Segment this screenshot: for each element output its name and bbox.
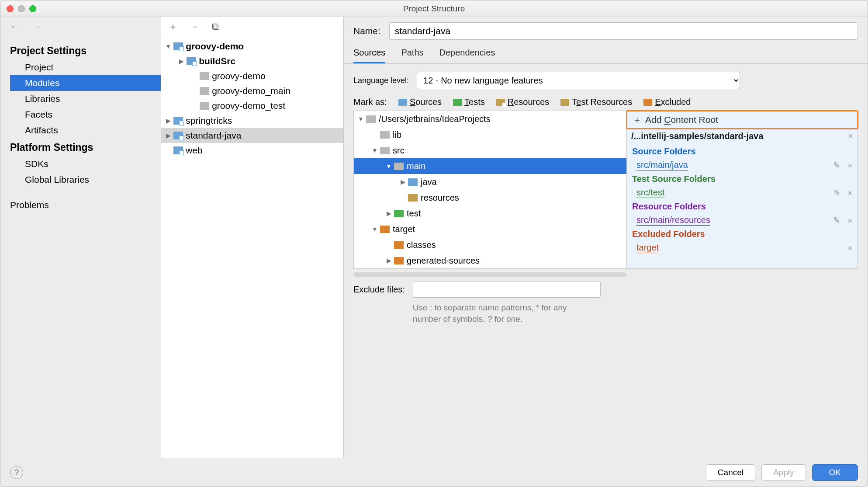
folder-group-item[interactable]: target×	[627, 242, 858, 254]
platform-settings-header: Platform Settings	[10, 142, 161, 153]
sidebar-item-modules[interactable]: Modules	[10, 75, 161, 91]
content-roots-panel: ＋ Add Content Root /...intellij-samples/…	[626, 111, 858, 269]
language-level-label: Language level:	[353, 76, 409, 85]
folder-icon	[366, 115, 376, 123]
horizontal-scrollbar[interactable]	[353, 272, 626, 277]
module-tree-item[interactable]: groovy-demo	[161, 39, 343, 54]
edit-icon[interactable]: ✎	[833, 188, 840, 198]
source-tree-item[interactable]: /Users/jetbrains/IdeaProjects	[354, 111, 626, 127]
source-tree-item[interactable]: test	[354, 205, 626, 221]
remove-icon[interactable]: ×	[847, 161, 852, 170]
mark-test-resources-button[interactable]: Test Resources	[560, 97, 632, 107]
exclude-files-input[interactable]	[413, 281, 601, 298]
module-tree-pane: ＋ － ⧉ groovy-demobuildSrcgroovy-demogroo…	[161, 17, 344, 458]
folder-label: java	[421, 177, 437, 187]
folder-path: src/main/resources	[636, 215, 710, 226]
module-label: groovy-demo_test	[212, 101, 285, 111]
folder-label: lib	[393, 130, 401, 140]
cancel-button[interactable]: Cancel	[706, 464, 755, 481]
remove-icon[interactable]: ×	[847, 244, 852, 253]
module-tree-item[interactable]: groovy-demo	[161, 69, 343, 83]
folder-group-item[interactable]: src/test✎×	[627, 187, 858, 199]
source-tree-item[interactable]: lib	[354, 127, 626, 143]
source-tree-item[interactable]: java	[354, 174, 626, 190]
mark-excluded-button[interactable]: Excluded	[643, 97, 691, 107]
sidebar-item-artifacts[interactable]: Artifacts	[10, 122, 161, 138]
folder-path: src/main/java	[636, 160, 688, 170]
chevron-right-icon[interactable]	[165, 132, 172, 139]
apply-button[interactable]: Apply	[761, 464, 806, 481]
chevron-down-icon[interactable]	[385, 163, 392, 170]
folder-icon	[200, 102, 209, 110]
module-tree-item[interactable]: springtricks	[161, 113, 343, 128]
module-tree-item[interactable]: web	[161, 143, 343, 158]
mark-sources-button[interactable]: Sources	[398, 97, 442, 107]
source-tree-item[interactable]: generated-sources	[354, 253, 626, 268]
module-tree-item[interactable]: groovy-demo_test	[161, 98, 343, 113]
copy-module-icon[interactable]: ⧉	[212, 21, 219, 32]
chevron-down-icon[interactable]	[165, 43, 172, 50]
source-tree-item[interactable]: target	[354, 221, 626, 237]
folder-icon	[200, 87, 209, 95]
folder-icon	[380, 147, 390, 154]
source-tree-item[interactable]: resources	[354, 190, 626, 205]
folder-group-item[interactable]: src/main/resources✎×	[627, 214, 858, 226]
sidebar-item-problems[interactable]: Problems	[10, 197, 161, 213]
help-icon[interactable]: ?	[10, 466, 23, 479]
module-label: web	[186, 145, 203, 156]
language-level-select[interactable]: 12 - No new language features	[417, 72, 740, 89]
titlebar: Project Structure	[0, 0, 868, 17]
chevron-right-icon[interactable]	[399, 178, 406, 185]
chevron-right-icon[interactable]	[385, 210, 392, 217]
source-tree-item[interactable]: src	[354, 143, 626, 158]
source-tree-item[interactable]: classes	[354, 237, 626, 253]
folder-label: /Users/jetbrains/IdeaProjects	[379, 114, 491, 124]
folder-label: test	[407, 209, 421, 219]
sidebar-item-sdks[interactable]: SDKs	[10, 156, 161, 172]
nav-back-icon[interactable]: ←	[10, 21, 20, 32]
module-tree-item[interactable]: standard-java	[161, 128, 343, 143]
folder-icon	[380, 131, 390, 139]
sidebar-item-project[interactable]: Project	[10, 59, 161, 75]
plus-icon: ＋	[633, 114, 642, 126]
nav-forward-icon[interactable]: →	[32, 21, 41, 32]
remove-icon[interactable]: ×	[847, 189, 852, 198]
remove-module-icon[interactable]: －	[190, 20, 200, 33]
folder-group-item[interactable]: src/main/java✎×	[627, 159, 858, 171]
add-content-root-button[interactable]: ＋ Add Content Root	[626, 110, 858, 129]
content-root-path[interactable]: /...intellij-samples/standard-java ×	[627, 129, 858, 144]
source-folder-tree[interactable]: /Users/jetbrains/IdeaProjectslibsrcmainj…	[353, 111, 626, 269]
folder-icon	[394, 257, 404, 264]
mark-resources-button[interactable]: Resources	[496, 97, 550, 107]
sidebar: ← → Project Settings Project Modules Lib…	[0, 17, 161, 458]
module-tree-item[interactable]: buildSrc	[161, 54, 343, 69]
tab-sources[interactable]: Sources	[353, 48, 385, 63]
folder-label: main	[407, 161, 425, 171]
sidebar-item-facets[interactable]: Facets	[10, 107, 161, 122]
excluded-icon	[643, 99, 652, 106]
mark-as-label: Mark as:	[353, 97, 387, 107]
module-tree-item[interactable]: groovy-demo_main	[161, 83, 343, 98]
mark-tests-button[interactable]: Tests	[453, 97, 485, 107]
chevron-down-icon[interactable]	[371, 226, 378, 233]
tab-paths[interactable]: Paths	[401, 48, 423, 63]
sidebar-item-global-libraries[interactable]: Global Libraries	[10, 172, 161, 188]
chevron-right-icon[interactable]	[385, 257, 392, 264]
source-tree-item[interactable]: main	[354, 158, 626, 174]
module-name-input[interactable]	[389, 22, 858, 40]
ok-button[interactable]: OK	[812, 464, 858, 481]
sidebar-item-libraries[interactable]: Libraries	[10, 91, 161, 107]
module-icon	[173, 42, 183, 50]
chevron-down-icon[interactable]	[357, 115, 364, 122]
chevron-right-icon[interactable]	[165, 117, 172, 124]
add-module-icon[interactable]: ＋	[168, 20, 178, 33]
window-title: Project Structure	[0, 4, 868, 14]
edit-icon[interactable]: ✎	[833, 160, 840, 170]
edit-icon[interactable]: ✎	[833, 216, 840, 225]
chevron-down-icon[interactable]	[371, 147, 378, 154]
remove-icon[interactable]: ×	[847, 216, 852, 225]
remove-content-root-icon[interactable]: ×	[848, 131, 853, 141]
chevron-right-icon[interactable]	[178, 58, 185, 65]
tab-dependencies[interactable]: Dependencies	[439, 48, 495, 63]
folder-label: generated-sources	[407, 256, 480, 266]
